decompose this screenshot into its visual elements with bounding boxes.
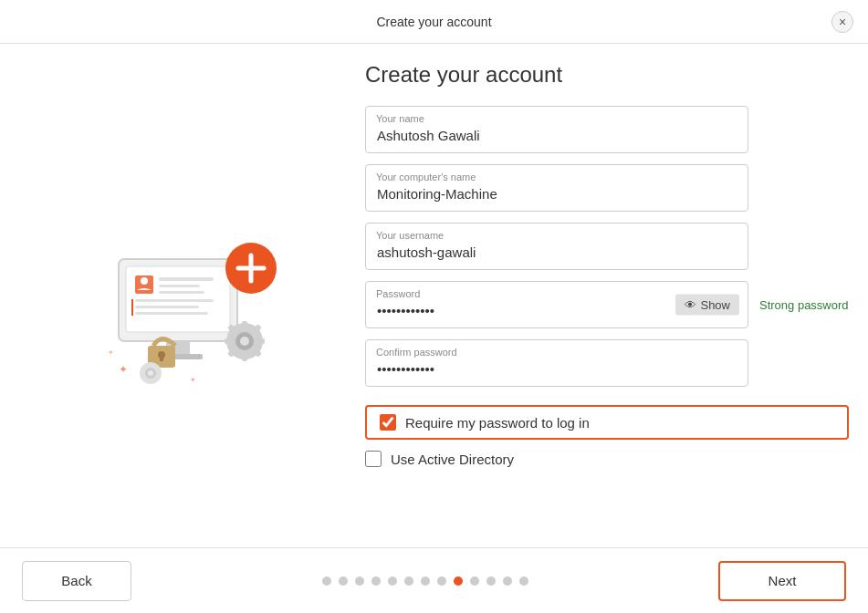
confirm-password-field-group: Confirm password: [365, 339, 748, 387]
window-title: Create your account: [376, 15, 491, 29]
dot-1: [322, 577, 331, 586]
show-password-button[interactable]: 👁 Show: [675, 295, 739, 316]
dot-11: [486, 577, 496, 586]
active-directory-label[interactable]: Use Active Directory: [391, 452, 514, 467]
svg-text:✦: ✦: [190, 376, 196, 384]
form-title: Create your account: [365, 62, 849, 88]
name-input[interactable]: [365, 106, 748, 153]
svg-rect-19: [242, 321, 247, 328]
dot-12: [503, 577, 512, 586]
dot-9: [454, 577, 463, 586]
title-bar: Create your account ×: [0, 0, 868, 44]
password-field-wrap: Password 👁 Show: [365, 281, 748, 328]
dot-4: [371, 577, 381, 586]
show-label: Show: [700, 298, 730, 312]
bottom-bar: Back Next: [0, 547, 868, 613]
svg-text:✦: ✦: [119, 363, 128, 376]
svg-rect-9: [135, 299, 214, 302]
main-content: ✦ ✦ ✦ Create your account Your name ✅ Yo…: [0, 44, 868, 547]
computer-name-field-row: Your computer's name ✅: [365, 164, 849, 223]
svg-rect-20: [242, 354, 247, 361]
back-button[interactable]: Back: [22, 561, 131, 601]
svg-text:✦: ✦: [108, 348, 114, 357]
progress-dots: [322, 577, 528, 586]
dot-10: [470, 577, 479, 586]
name-field-row: Your name ✅: [365, 106, 849, 164]
svg-rect-8: [159, 291, 204, 294]
active-directory-option: Use Active Directory: [365, 451, 849, 467]
dot-5: [388, 577, 397, 586]
dot-2: [339, 577, 348, 586]
illustration-svg: ✦ ✦ ✦: [91, 195, 292, 396]
username-input[interactable]: [365, 223, 748, 270]
close-icon: ×: [839, 15, 846, 29]
dot-13: [519, 577, 528, 586]
close-button[interactable]: ×: [831, 11, 853, 33]
dot-3: [355, 577, 364, 586]
svg-rect-6: [159, 277, 214, 281]
confirm-password-input[interactable]: [365, 339, 748, 387]
svg-point-5: [141, 277, 148, 285]
svg-rect-12: [131, 299, 133, 316]
eye-icon: 👁: [685, 298, 696, 312]
username-field-row: Your username ✅: [365, 223, 849, 281]
require-password-checkbox[interactable]: [380, 414, 396, 431]
dot-8: [437, 577, 446, 586]
svg-point-18: [240, 337, 249, 346]
require-password-option: Require my password to log in: [365, 405, 849, 440]
form-section: Create your account Your name ✅ Your com…: [347, 62, 849, 476]
svg-point-32: [148, 370, 153, 376]
dot-7: [421, 577, 430, 586]
computer-name-input[interactable]: [365, 164, 748, 212]
dot-6: [404, 577, 413, 586]
svg-rect-22: [257, 338, 265, 344]
svg-rect-29: [160, 356, 163, 361]
require-password-label[interactable]: Require my password to log in: [405, 415, 590, 431]
password-strength-label: Strong password: [759, 298, 849, 312]
next-button[interactable]: Next: [718, 561, 846, 601]
username-field-group: Your username: [365, 223, 748, 270]
illustration-panel: ✦ ✦ ✦: [37, 62, 347, 529]
password-row: Password 👁 Show Strong password: [365, 281, 849, 328]
active-directory-checkbox[interactable]: [365, 451, 382, 467]
svg-rect-21: [225, 338, 232, 344]
svg-rect-11: [135, 312, 208, 315]
confirm-password-field-row: Confirm password ✅: [365, 339, 849, 398]
svg-rect-10: [135, 306, 199, 308]
computer-name-field-group: Your computer's name: [365, 164, 748, 212]
name-field-group: Your name: [365, 106, 748, 153]
svg-rect-7: [159, 285, 200, 287]
